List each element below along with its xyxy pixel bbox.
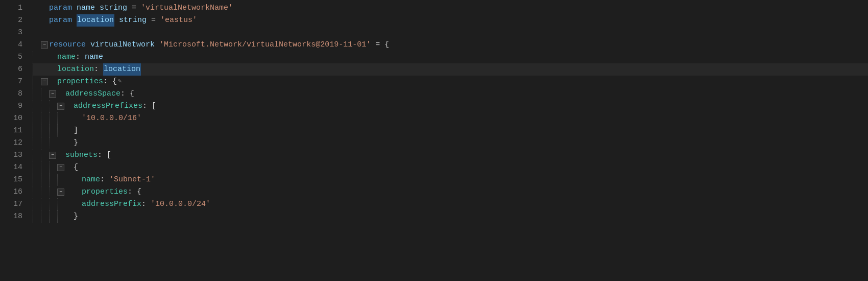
line-num-12: 12 [0,137,22,149]
line-num-3: 3 [0,27,22,39]
open-bracket-addressprefixes: [ [152,100,156,112]
prop-subnets: subnets [65,149,98,161]
code-line-13: − subnets : [ [33,149,868,161]
string-prefix-value: '10.0.0.0/16' [82,112,141,125]
code-line-16: − properties : { [33,186,868,198]
val-name: name [85,51,103,63]
line-num-17: 17 [0,198,22,210]
code-line-3 [33,27,868,39]
open-brace-resource: { [384,39,389,51]
code-line-4: − resource virtualNetwork 'Microsoft.Net… [33,39,868,51]
code-line-5: name : name [33,51,868,63]
code-line-8: − addressSpace : { [33,88,868,100]
line-num-10: 10 [0,112,22,125]
open-brace-properties: { [112,76,117,88]
colon-addressspace: : [120,88,125,100]
line-num-4: 4 [0,39,22,51]
code-line-10: '10.0.0.0/16' [33,112,868,125]
prop-addressprefix: addressPrefix [82,198,141,210]
line-num-9: 9 [0,100,22,112]
code-line-9: − addressPrefixes : [ [33,100,868,112]
prop-properties: properties [57,76,103,88]
code-content: param name string = 'virtualNetworkName'… [31,0,868,281]
colon-subnet-name: : [100,174,105,186]
location-highlighted: location [77,14,114,27]
equals-1: = [127,2,141,14]
equals-3: = [371,39,384,51]
location-value-highlighted: location [103,63,141,76]
line-number-gutter: 1 2 3 4 5 6 7 8 9 10 11 12 13 14 15 16 1… [0,0,31,281]
line-num-16: 16 [0,186,22,198]
close-bracket-addressprefixes: ] [74,125,78,137]
code-editor: 1 2 3 4 5 6 7 8 9 10 11 12 13 14 15 16 1… [0,0,868,281]
type-string-1: string [100,2,127,14]
param-name-identifier: name [77,2,95,14]
line-num-18: 18 [0,210,22,223]
code-line-17: addressPrefix : '10.0.0.0/24' [33,198,868,210]
fold-button-7[interactable]: − [41,78,48,85]
string-addressprefix: '10.0.0.0/24' [151,198,210,210]
keyword-param-1: param [49,2,72,14]
code-line-6: location : location [33,63,868,76]
pencil-icon: ✎ [118,77,122,86]
line-num-1: 1 [0,2,22,14]
close-brace-subnet-props: } [74,210,78,223]
fold-button-14[interactable]: − [57,164,64,171]
code-line-14: − { [33,161,868,174]
code-line-1: param name string = 'virtualNetworkName' [33,2,868,14]
open-bracket-subnets: [ [107,149,111,161]
code-line-11: ] [33,125,868,137]
colon-subnet-properties: : [128,186,132,198]
code-line-18: } [33,210,868,223]
keyword-param-2: param [49,14,72,27]
fold-button-13[interactable]: − [49,152,56,159]
line-num-11: 11 [0,125,22,137]
open-brace-subnet: { [74,161,78,174]
open-brace-addressspace: { [130,88,134,100]
line-num-7: 7 [0,76,22,88]
fold-button-8[interactable]: − [49,90,56,98]
code-line-7: − properties : { ✎ [33,76,868,88]
colon-location: : [94,63,99,76]
code-line-12: } [33,137,868,149]
line-num-6: 6 [0,63,22,76]
string-eastus: 'eastus' [160,14,197,27]
keyword-resource: resource [49,39,86,51]
code-line-2: param location string = 'eastus' [33,14,868,27]
resource-type-string: 'Microsoft.Network/virtualNetworks@2019-… [159,39,371,51]
close-brace-addressspace: } [74,137,78,149]
line-num-5: 5 [0,51,22,63]
string-virtual-network-name: 'virtualNetworkName' [141,2,233,14]
line-num-15: 15 [0,174,22,186]
line-num-13: 13 [0,149,22,161]
fold-button-16[interactable]: − [57,189,64,196]
open-brace-subnet-props: { [137,186,141,198]
fold-button-4[interactable]: − [41,41,48,49]
fold-button-9[interactable]: − [57,103,64,110]
prop-subnet-properties: properties [82,186,128,198]
string-subnet-name: 'Subnet-1' [109,174,155,186]
prop-subnet-name: name [82,174,100,186]
type-string-2: string [119,14,147,27]
colon-addressprefixes: : [142,100,147,112]
colon-name: : [76,51,80,63]
prop-name: name [57,51,76,63]
line-num-2: 2 [0,14,22,27]
line-num-8: 8 [0,88,22,100]
resource-name: virtualNetwork [90,39,155,51]
prop-addressspace: addressSpace [65,88,120,100]
line-num-14: 14 [0,161,22,174]
colon-properties: : [103,76,108,88]
colon-subnets: : [98,149,102,161]
code-line-15: name : 'Subnet-1' [33,174,868,186]
prop-location: location [57,63,94,76]
colon-addressprefix: : [141,198,146,210]
prop-addressprefixes: addressPrefixes [74,100,142,112]
equals-2: = [147,14,160,27]
